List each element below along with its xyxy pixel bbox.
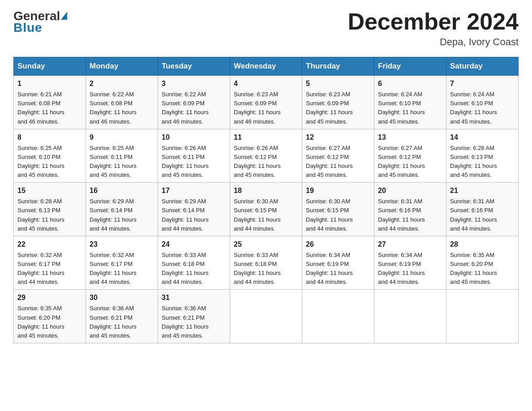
weekday-header-tuesday: Tuesday [158,57,230,76]
calendar-cell: 14 Sunrise: 6:28 AMSunset: 6:13 PMDaylig… [446,129,519,183]
day-number: 14 [450,132,515,143]
calendar-cell: 3 Sunrise: 6:22 AMSunset: 6:09 PMDayligh… [158,76,230,129]
day-info: Sunrise: 6:31 AMSunset: 6:16 PMDaylight:… [378,198,425,231]
calendar-cell: 10 Sunrise: 6:26 AMSunset: 6:11 PMDaylig… [158,129,230,183]
calendar-cell: 29 Sunrise: 6:35 AMSunset: 6:20 PMDaylig… [14,290,86,343]
day-info: Sunrise: 6:22 AMSunset: 6:08 PMDaylight:… [90,91,137,124]
day-number: 10 [162,132,226,143]
day-info: Sunrise: 6:26 AMSunset: 6:11 PMDaylight:… [162,145,209,178]
calendar-cell: 27 Sunrise: 6:34 AMSunset: 6:19 PMDaylig… [374,236,446,290]
day-number: 12 [306,132,370,143]
day-info: Sunrise: 6:34 AMSunset: 6:19 PMDaylight:… [306,252,353,285]
day-number: 23 [90,239,154,250]
calendar-cell: 30 Sunrise: 6:36 AMSunset: 6:21 PMDaylig… [86,290,158,343]
day-info: Sunrise: 6:35 AMSunset: 6:20 PMDaylight:… [17,305,64,338]
day-info: Sunrise: 6:22 AMSunset: 6:09 PMDaylight:… [162,91,209,124]
day-info: Sunrise: 6:30 AMSunset: 6:15 PMDaylight:… [234,198,281,231]
day-number: 9 [90,132,154,143]
day-number: 28 [450,239,515,250]
day-info: Sunrise: 6:30 AMSunset: 6:15 PMDaylight:… [306,198,353,231]
day-info: Sunrise: 6:32 AMSunset: 6:17 PMDaylight:… [90,252,137,285]
calendar-cell: 25 Sunrise: 6:33 AMSunset: 6:18 PMDaylig… [230,236,302,290]
calendar-cell: 4 Sunrise: 6:23 AMSunset: 6:09 PMDayligh… [230,76,302,129]
calendar-cell: 6 Sunrise: 6:24 AMSunset: 6:10 PMDayligh… [374,76,446,129]
calendar-cell: 20 Sunrise: 6:31 AMSunset: 6:16 PMDaylig… [374,183,446,236]
calendar-cell: 24 Sunrise: 6:33 AMSunset: 6:18 PMDaylig… [158,236,230,290]
day-number: 5 [306,78,370,89]
day-number: 3 [162,78,226,89]
calendar-cell: 31 Sunrise: 6:36 AMSunset: 6:21 PMDaylig… [158,290,230,343]
day-number: 21 [450,185,515,196]
day-info: Sunrise: 6:23 AMSunset: 6:09 PMDaylight:… [234,91,281,124]
day-info: Sunrise: 6:33 AMSunset: 6:18 PMDaylight:… [234,252,281,285]
day-number: 2 [90,78,154,89]
weekday-header-friday: Friday [374,57,446,76]
day-info: Sunrise: 6:23 AMSunset: 6:09 PMDaylight:… [306,91,353,124]
day-number: 8 [17,132,82,143]
logo-blue: Blue [13,21,43,35]
calendar-cell: 8 Sunrise: 6:25 AMSunset: 6:10 PMDayligh… [14,129,86,183]
day-number: 7 [450,78,515,89]
day-info: Sunrise: 6:27 AMSunset: 6:12 PMDaylight:… [378,145,425,178]
day-number: 17 [162,185,226,196]
day-number: 13 [378,132,442,143]
weekday-header-monday: Monday [86,57,158,76]
day-number: 6 [378,78,442,89]
day-info: Sunrise: 6:32 AMSunset: 6:17 PMDaylight:… [17,252,64,285]
day-info: Sunrise: 6:27 AMSunset: 6:12 PMDaylight:… [306,145,353,178]
calendar-cell: 12 Sunrise: 6:27 AMSunset: 6:12 PMDaylig… [302,129,374,183]
calendar-week-4: 22 Sunrise: 6:32 AMSunset: 6:17 PMDaylig… [14,236,519,290]
calendar-cell: 22 Sunrise: 6:32 AMSunset: 6:17 PMDaylig… [14,236,86,290]
day-info: Sunrise: 6:26 AMSunset: 6:12 PMDaylight:… [234,145,281,178]
day-number: 15 [17,185,82,196]
day-info: Sunrise: 6:24 AMSunset: 6:10 PMDaylight:… [378,91,425,124]
day-info: Sunrise: 6:29 AMSunset: 6:14 PMDaylight:… [90,198,137,231]
day-number: 31 [162,292,226,303]
calendar-cell: 7 Sunrise: 6:24 AMSunset: 6:10 PMDayligh… [446,76,519,129]
month-title: December 2024 [348,9,519,34]
calendar-cell [230,290,302,343]
day-number: 18 [234,185,298,196]
day-info: Sunrise: 6:36 AMSunset: 6:21 PMDaylight:… [90,305,137,338]
calendar-cell: 19 Sunrise: 6:30 AMSunset: 6:15 PMDaylig… [302,183,374,236]
day-number: 4 [234,78,298,89]
day-info: Sunrise: 6:25 AMSunset: 6:11 PMDaylight:… [90,145,137,178]
day-number: 11 [234,132,298,143]
weekday-header-sunday: Sunday [14,57,86,76]
day-info: Sunrise: 6:33 AMSunset: 6:18 PMDaylight:… [162,252,209,285]
day-info: Sunrise: 6:36 AMSunset: 6:21 PMDaylight:… [162,305,209,338]
day-number: 24 [162,239,226,250]
calendar-week-5: 29 Sunrise: 6:35 AMSunset: 6:20 PMDaylig… [14,290,519,343]
day-number: 1 [17,78,82,89]
calendar-week-2: 8 Sunrise: 6:25 AMSunset: 6:10 PMDayligh… [14,129,519,183]
calendar-week-3: 15 Sunrise: 6:28 AMSunset: 6:13 PMDaylig… [14,183,519,236]
location: Depa, Ivory Coast [348,36,519,48]
calendar-cell: 2 Sunrise: 6:22 AMSunset: 6:08 PMDayligh… [86,76,158,129]
day-number: 25 [234,239,298,250]
day-number: 30 [90,292,154,303]
calendar-cell: 13 Sunrise: 6:27 AMSunset: 6:12 PMDaylig… [374,129,446,183]
day-info: Sunrise: 6:21 AMSunset: 6:08 PMDaylight:… [17,91,64,124]
title-area: December 2024 Depa, Ivory Coast [348,9,519,48]
calendar-table: SundayMondayTuesdayWednesdayThursdayFrid… [13,57,519,343]
day-info: Sunrise: 6:24 AMSunset: 6:10 PMDaylight:… [450,91,497,124]
day-number: 16 [90,185,154,196]
calendar-cell: 9 Sunrise: 6:25 AMSunset: 6:11 PMDayligh… [86,129,158,183]
calendar-cell: 15 Sunrise: 6:28 AMSunset: 6:13 PMDaylig… [14,183,86,236]
day-info: Sunrise: 6:34 AMSunset: 6:19 PMDaylight:… [378,252,425,285]
weekday-header-row: SundayMondayTuesdayWednesdayThursdayFrid… [14,57,519,76]
page-header: General Blue December 2024 Depa, Ivory C… [13,9,519,48]
calendar-cell: 23 Sunrise: 6:32 AMSunset: 6:17 PMDaylig… [86,236,158,290]
calendar-cell: 26 Sunrise: 6:34 AMSunset: 6:19 PMDaylig… [302,236,374,290]
day-info: Sunrise: 6:28 AMSunset: 6:13 PMDaylight:… [450,145,497,178]
calendar-cell: 16 Sunrise: 6:29 AMSunset: 6:14 PMDaylig… [86,183,158,236]
calendar-cell: 17 Sunrise: 6:29 AMSunset: 6:14 PMDaylig… [158,183,230,236]
calendar-week-1: 1 Sunrise: 6:21 AMSunset: 6:08 PMDayligh… [14,76,519,129]
day-number: 27 [378,239,442,250]
calendar-cell: 1 Sunrise: 6:21 AMSunset: 6:08 PMDayligh… [14,76,86,129]
calendar-cell: 11 Sunrise: 6:26 AMSunset: 6:12 PMDaylig… [230,129,302,183]
day-number: 26 [306,239,370,250]
logo-triangle-icon [61,12,67,20]
day-info: Sunrise: 6:35 AMSunset: 6:20 PMDaylight:… [450,252,497,285]
day-number: 29 [17,292,82,303]
